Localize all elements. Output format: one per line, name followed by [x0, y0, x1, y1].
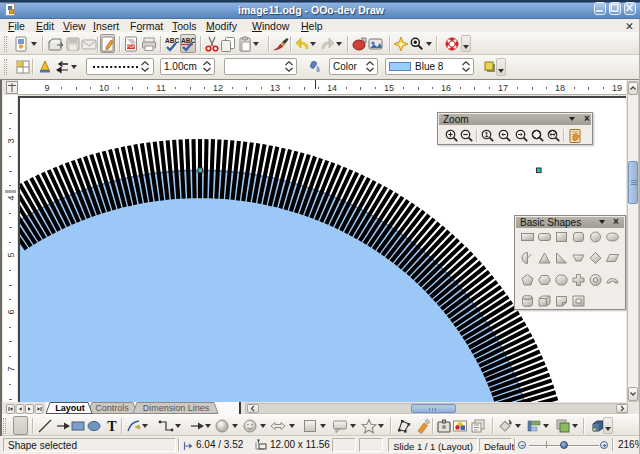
- svg-text:ABC: ABC: [165, 37, 179, 44]
- svg-text:T: T: [107, 419, 117, 434]
- svg-text:PDF: PDF: [127, 44, 136, 49]
- svg-text:Controls: Controls: [95, 403, 129, 413]
- svg-text:ABC: ABC: [181, 37, 195, 44]
- svg-text:Layout: Layout: [55, 403, 85, 413]
- svg-text:1: 1: [485, 131, 489, 138]
- svg-text:Dimension Lines: Dimension Lines: [143, 403, 210, 413]
